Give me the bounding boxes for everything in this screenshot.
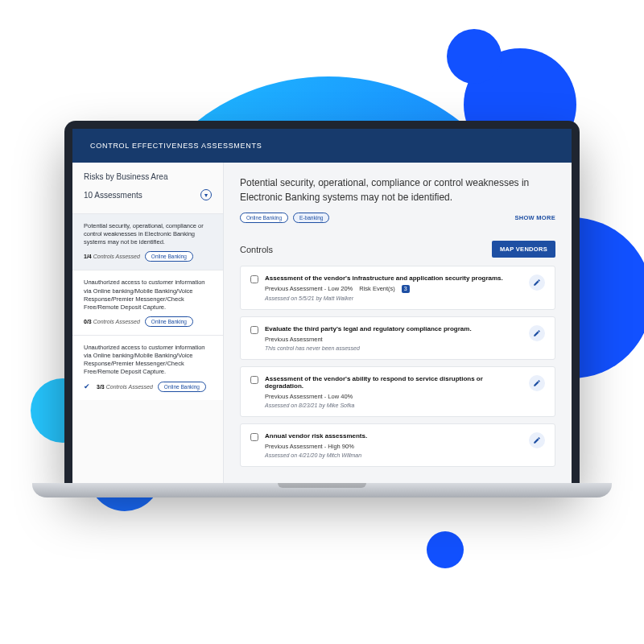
select-checkbox[interactable] [250, 326, 258, 334]
ratio: 0/3Controls Assessed [84, 319, 140, 324]
control-title: Assessment of the vendor's ability to re… [265, 375, 522, 390]
edit-icon[interactable] [529, 375, 545, 391]
laptop-base [32, 483, 612, 497]
tag-chip[interactable]: E-banking [293, 213, 329, 223]
tag-row: Online Banking E-banking SHOW MORE [240, 213, 555, 223]
assessed-meta: Assessed on 5/5/21 by Matt Walker [265, 295, 522, 301]
controls-heading: Controls [240, 245, 273, 254]
risk-text: Unauthorized access to customer informat… [84, 344, 212, 377]
risk-events-label: Risk Event(s) [359, 285, 395, 292]
assessed-meta: This control has never been assessed [265, 345, 522, 351]
prev-assessment: Previous Assessment - Low 20% [265, 285, 353, 292]
app-title: CONTROL EFFECTIVENESS ASSESSMENTS [90, 142, 262, 150]
risk-count-badge: 3 [402, 285, 410, 293]
control-card: Evaluate the third party's legal and reg… [240, 316, 555, 360]
prev-assessment: Previous Assessment - Low 40% [265, 393, 353, 400]
app-header: CONTROL EFFECTIVENESS ASSESSMENTS [72, 129, 572, 163]
control-card: Assessment of the vendor's infrastructur… [240, 266, 555, 310]
tag-chip[interactable]: Online Banking [240, 213, 288, 223]
control-title: Evaluate the third party's legal and reg… [265, 325, 522, 332]
sidebar-title: Risks by Business Area [84, 172, 212, 181]
risk-text: Unauthorized access to customer informat… [84, 279, 212, 312]
control-title: Assessment of the vendor's infrastructur… [265, 275, 522, 282]
page-heading: Potential security, operational, complia… [240, 175, 555, 204]
sidebar: Risks by Business Area 10 Assessments ▾ … [72, 163, 224, 483]
assessed-meta: Assessed on 8/23/21 by Mike Sofka [265, 402, 522, 408]
tag-chip[interactable]: Online Banking [145, 316, 193, 327]
laptop-frame: CONTROL EFFECTIVENESS ASSESSMENTS Risks … [64, 121, 580, 497]
edit-icon[interactable] [529, 325, 545, 341]
prev-assessment: Previous Assessment [265, 336, 323, 343]
edit-icon[interactable] [529, 275, 545, 291]
tag-chip[interactable]: Online Banking [145, 251, 193, 262]
assessment-count: 10 Assessments [84, 191, 142, 200]
control-card: Assessment of the vendor's ability to re… [240, 366, 555, 417]
prev-assessment: Previous Assessment - High 90% [265, 443, 354, 450]
filter-icon[interactable]: ▾ [200, 189, 212, 200]
main-panel: Potential security, operational, complia… [224, 163, 572, 483]
risk-item[interactable]: Unauthorized access to customer informat… [72, 335, 223, 400]
check-icon: ✔ [84, 382, 90, 390]
ratio: 3/3Controls Assessed [97, 384, 153, 390]
assessed-meta: Assessed on 4/21/20 by Mitch Willman [265, 452, 522, 458]
risk-text: Potential security, operational, complia… [84, 222, 212, 246]
select-checkbox[interactable] [250, 275, 258, 283]
select-checkbox[interactable] [250, 376, 258, 384]
select-checkbox[interactable] [250, 433, 258, 441]
ratio: 1/4Controls Assessed [84, 254, 140, 259]
risk-item[interactable]: Potential security, operational, complia… [72, 213, 223, 270]
control-card: Annual vendor risk assessments. Previous… [240, 423, 555, 467]
map-vendors-button[interactable]: MAP VENDORS [492, 241, 555, 258]
edit-icon[interactable] [529, 432, 545, 448]
app-screen: CONTROL EFFECTIVENESS ASSESSMENTS Risks … [72, 129, 572, 483]
show-more-link[interactable]: SHOW MORE [514, 214, 555, 221]
control-title: Annual vendor risk assessments. [265, 432, 522, 440]
risk-item[interactable]: Unauthorized access to customer informat… [72, 270, 223, 335]
tag-chip[interactable]: Online Banking [158, 382, 206, 392]
